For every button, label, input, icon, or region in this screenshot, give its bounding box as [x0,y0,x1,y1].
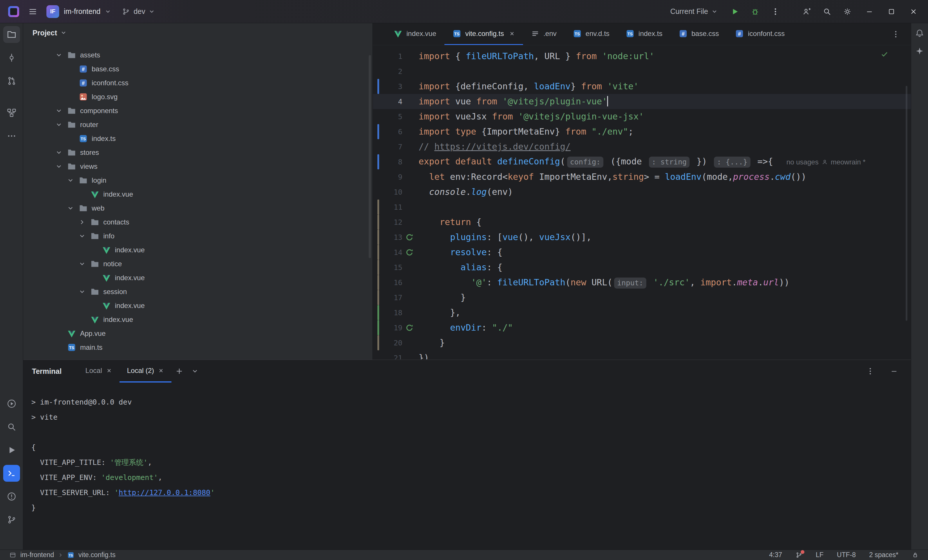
tab-options-icon[interactable] [892,30,900,38]
tree-item-session[interactable]: session [23,285,372,299]
project-panel-header[interactable]: Project [23,23,372,42]
chevron-down-icon[interactable] [56,150,67,156]
restart-server-hint-icon[interactable] [402,249,416,256]
find-tool-icon[interactable] [3,418,20,435]
new-terminal-icon[interactable] [176,368,183,375]
problems-tool-icon[interactable] [3,488,20,505]
ai-assistant-icon[interactable] [915,46,924,56]
tab-index.ts[interactable]: TSindex.ts [618,23,671,45]
branch-widget[interactable]: dev [122,7,154,16]
tree-item-router[interactable]: router [23,118,372,132]
structure-tool-icon[interactable] [3,104,20,121]
gutter-change-marker[interactable] [377,275,379,290]
chevron-down-icon[interactable] [56,163,67,169]
code-line[interactable]: 19 envDir: "./" [373,320,911,335]
tree-item-notice[interactable]: notice [23,257,372,271]
code-with-me-icon[interactable] [799,4,814,19]
tab-index.vue[interactable]: index.vue [386,23,444,45]
code-line[interactable]: 21}) [373,350,911,359]
editor-scrollbar[interactable] [906,86,907,321]
usages-hint[interactable]: no usages [786,154,819,169]
notifications-bell-icon[interactable] [915,28,924,38]
tab-env.d.ts[interactable]: TSenv.d.ts [565,23,618,45]
tree-item-index.vue[interactable]: index.vue [23,299,372,313]
code-line[interactable]: 16 '@': fileURLToPath(new URL(input: './… [373,275,911,290]
code-line[interactable]: 2 [373,64,911,79]
project-tree-scrollbar[interactable] [369,55,371,258]
settings-icon[interactable] [840,4,855,19]
tree-item-index.vue[interactable]: index.vue [23,313,372,327]
code-line[interactable]: 13 plugins: [vue(), vueJsx()], [373,230,911,245]
tree-item-info[interactable]: info [23,229,372,243]
code-line[interactable]: 6import type {ImportMetaEnv} from "./env… [373,124,911,139]
gutter-change-marker[interactable] [377,79,379,94]
tree-item-main.ts[interactable]: TSmain.ts [23,340,372,354]
code-line[interactable]: 15 alias: { [373,260,911,275]
tab-vite.config.ts[interactable]: TSvite.config.ts [444,23,523,45]
tree-item-web[interactable]: web [23,201,372,215]
readonly-lock-icon[interactable] [912,552,919,558]
tree-item-components[interactable]: components [23,104,372,118]
gutter-change-marker[interactable] [377,260,379,275]
restart-server-hint-icon[interactable] [402,324,416,332]
terminal-output[interactable]: > im-frontend@0.0.0 dev> vite{ VITE_APP_… [23,383,911,515]
terminal-dropdown-icon[interactable] [192,368,198,374]
tree-item-index.vue[interactable]: index.vue [23,243,372,257]
gutter-change-marker[interactable] [377,124,379,139]
close-terminal-tab-icon[interactable] [158,368,164,374]
tree-item-index.ts[interactable]: TSindex.ts [23,132,372,146]
breadcrumb-file[interactable]: vite.config.ts [78,551,116,559]
gutter-change-marker[interactable] [377,335,379,350]
restart-server-hint-icon[interactable] [402,233,416,241]
pull-requests-tool-icon[interactable] [3,73,20,89]
tree-item-logo.svg[interactable]: logo.svg [23,90,372,104]
tree-item-login[interactable]: login [23,174,372,187]
project-widget[interactable]: IF im-frontend [46,5,111,18]
code-line[interactable]: 9 let env:Record<keyof ImportMetaEnv,str… [373,169,911,185]
caret-position[interactable]: 4:37 [769,551,782,559]
run-config-selector[interactable]: Current File [670,7,717,16]
indent-style[interactable]: 2 spaces* [869,551,898,559]
code-line[interactable]: 14 resolve: { [373,245,911,260]
chevron-right-icon[interactable] [79,219,90,225]
project-tool-icon[interactable] [3,26,20,43]
tree-item-index.vue[interactable]: index.vue [23,187,372,201]
run-tool-icon[interactable] [3,442,20,458]
chevron-down-icon[interactable] [56,52,67,58]
hide-terminal-icon[interactable] [890,367,898,375]
tree-item-contacts[interactable]: contacts [23,215,372,229]
tree-item-assets[interactable]: assets [23,48,372,62]
services-tool-icon[interactable] [3,395,20,412]
version-control-tool-icon[interactable] [3,511,20,528]
terminal-tab-Local[interactable]: Local [78,360,119,383]
code-line[interactable]: 17 } [373,290,911,305]
breadcrumb-project[interactable]: im-frontend [20,551,54,559]
editor[interactable]: 1import { fileURLToPath, URL } from 'nod… [373,45,911,359]
chevron-down-icon[interactable] [67,177,79,183]
code-line[interactable]: 8export default defineConfig(config: ({m… [373,154,911,169]
chevron-down-icon[interactable] [67,205,79,211]
tab-iconfont.css[interactable]: #iconfont.css [727,23,793,45]
terminal-panel-title[interactable]: Terminal [32,360,61,383]
maximize-button[interactable] [887,8,896,16]
gutter-change-marker[interactable] [377,230,379,245]
code-line[interactable]: 4import vue from '@vitejs/plugin-vue' [373,94,911,109]
code-line[interactable]: 7// https://vitejs.dev/config/ [373,139,911,154]
gutter-change-marker[interactable] [377,305,379,320]
tree-item-index.vue[interactable]: index.vue [23,271,372,285]
tree-item-iconfont.css[interactable]: #iconfont.css [23,76,372,90]
inspections-ok-icon[interactable] [880,50,889,59]
terminal-options-icon[interactable] [866,367,875,375]
gutter-change-marker[interactable] [377,290,379,305]
code-line[interactable]: 3import {defineConfig, loadEnv} from 'vi… [373,79,911,94]
author-hint[interactable]: meowrain * [831,154,865,169]
minimize-button[interactable] [865,8,873,16]
search-everywhere-icon[interactable] [820,4,835,19]
gutter-change-marker[interactable] [377,245,379,260]
close-button[interactable] [910,8,917,16]
close-terminal-tab-icon[interactable] [106,368,112,374]
more-actions-icon[interactable] [768,4,783,19]
code-line[interactable]: 10 console.log(env) [373,185,911,200]
gutter-change-marker[interactable] [377,154,379,169]
more-tool-windows-icon[interactable] [3,128,20,144]
